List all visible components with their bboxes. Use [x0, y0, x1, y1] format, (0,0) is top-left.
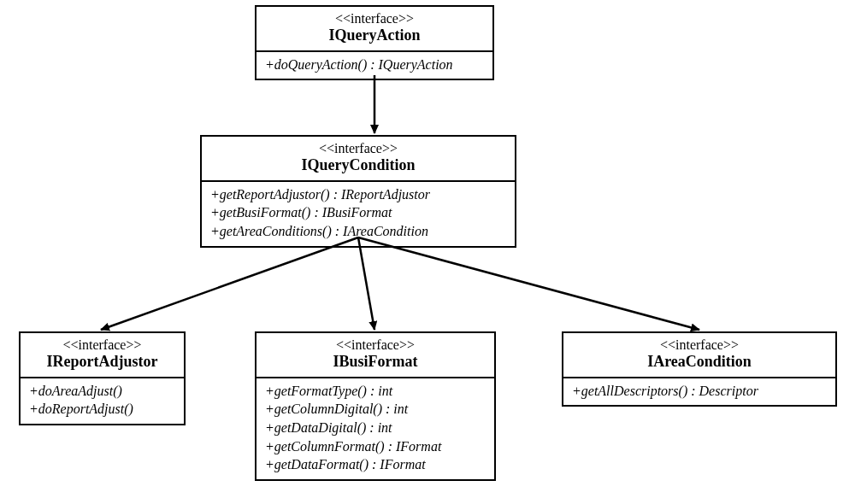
interface-name: IAreaCondition [572, 353, 827, 372]
interface-name: IQueryAction [265, 26, 484, 45]
uml-interface-ibusiformat: <<interface>> IBusiFormat +getFormatType… [255, 331, 496, 481]
interface-name: IQueryCondition [210, 156, 506, 175]
interface-name: IBusiFormat [265, 353, 486, 372]
uml-methods: +getReportAdjustor() : IReportAdjustor +… [202, 182, 515, 246]
uml-methods: +doQueryAction() : IQueryAction [256, 52, 492, 79]
stereotype-label: <<interface>> [210, 140, 506, 156]
uml-methods: +doAreaAdjust() +doReportAdjust() [21, 378, 184, 424]
uml-methods: +getFormatType() : int +getColumnDigital… [256, 378, 494, 479]
method-row: +getBusiFormat() : IBusiFormat [210, 203, 506, 222]
method-row: +getAllDescriptors() : Descriptor [572, 382, 827, 401]
uml-interface-iareacondition: <<interface>> IAreaCondition +getAllDesc… [562, 331, 837, 407]
uml-interface-iqueryaction: <<interface>> IQueryAction +doQueryActio… [255, 5, 494, 80]
method-row: +getDataDigital() : int [265, 419, 486, 437]
arrow-iquerycondition-to-ireportadjustor [101, 237, 358, 330]
arrow-iquerycondition-to-iareacondition [358, 237, 699, 330]
method-row: +getColumnFormat() : IFormat [265, 437, 486, 456]
method-row: +doReportAdjust() [29, 400, 175, 419]
interface-name: IReportAdjustor [29, 353, 175, 372]
method-row: +getDataFormat() : IFormat [265, 455, 486, 474]
uml-header: <<interface>> IQueryCondition [202, 137, 515, 182]
uml-methods: +getAllDescriptors() : Descriptor [563, 378, 835, 406]
uml-header: <<interface>> IBusiFormat [256, 333, 494, 378]
stereotype-label: <<interface>> [265, 10, 484, 26]
arrow-iquerycondition-to-ibusiformat [358, 237, 374, 330]
uml-header: <<interface>> IAreaCondition [563, 333, 835, 378]
method-row: +getColumnDigital() : int [265, 400, 486, 419]
method-row: +getFormatType() : int [265, 382, 486, 401]
stereotype-label: <<interface>> [29, 337, 175, 353]
uml-header: <<interface>> IQueryAction [256, 7, 492, 52]
stereotype-label: <<interface>> [572, 337, 827, 353]
uml-interface-ireportadjustor: <<interface>> IReportAdjustor +doAreaAdj… [19, 331, 186, 425]
method-row: +getReportAdjustor() : IReportAdjustor [210, 185, 506, 204]
method-row: +doAreaAdjust() [29, 382, 175, 401]
method-row: +getAreaConditions() : IAreaCondition [210, 222, 506, 241]
uml-header: <<interface>> IReportAdjustor [21, 333, 184, 378]
stereotype-label: <<interface>> [265, 337, 486, 353]
method-row: +doQueryAction() : IQueryAction [265, 56, 484, 74]
uml-interface-iquerycondition: <<interface>> IQueryCondition +getReport… [200, 135, 516, 248]
